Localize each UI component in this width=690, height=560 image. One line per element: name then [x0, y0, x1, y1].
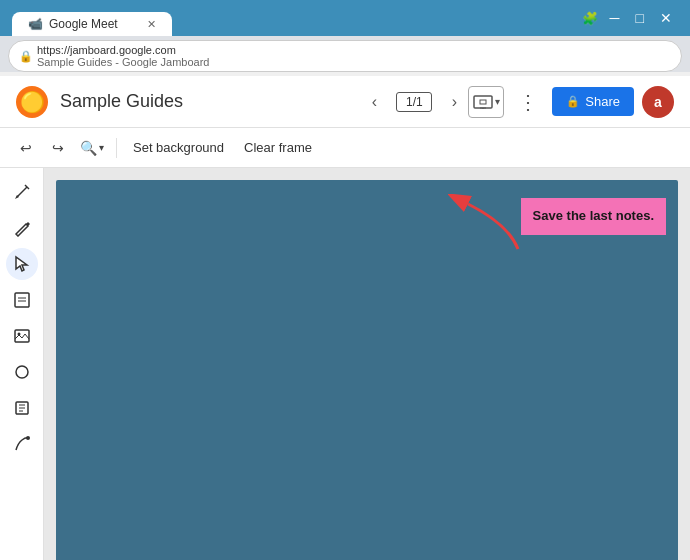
sticky-note-icon: [13, 291, 31, 309]
next-frame-button[interactable]: ›: [440, 88, 468, 116]
tools-sidebar: [0, 168, 44, 560]
zoom-icon: 🔍: [80, 140, 97, 156]
share-lock-icon: 🔒: [566, 95, 580, 108]
text-icon: [13, 399, 31, 417]
url-text: https://jamboard.google.com: [37, 44, 671, 56]
more-options-button[interactable]: ⋮: [512, 86, 544, 118]
browser-tabs: 📹 Google Meet ✕: [12, 0, 172, 36]
main-content: Save the last notes.: [0, 168, 690, 560]
prev-frame-button[interactable]: ‹: [360, 88, 388, 116]
select-tool-button[interactable]: [6, 248, 38, 280]
frame-count: 1/1: [406, 95, 423, 109]
address-bar[interactable]: https://jamboard.google.com Sample Guide…: [37, 44, 671, 68]
share-button[interactable]: 🔒 Share: [552, 87, 634, 116]
logo-icon: 🟡: [20, 90, 45, 114]
redo-button[interactable]: ↪: [44, 134, 72, 162]
svg-point-12: [17, 333, 20, 336]
image-icon: [13, 327, 31, 345]
sticky-note-tool-button[interactable]: [6, 284, 38, 316]
frame-indicator: 1/1: [396, 92, 432, 112]
undo-button[interactable]: ↩: [12, 134, 40, 162]
redo-icon: ↪: [52, 140, 64, 156]
share-label: Share: [585, 94, 620, 109]
svg-rect-8: [15, 293, 29, 307]
svg-point-18: [26, 436, 30, 440]
svg-marker-7: [16, 257, 27, 271]
text-tool-button[interactable]: [6, 392, 38, 424]
svg-point-13: [16, 366, 28, 378]
toolbar-separator-1: [116, 138, 117, 158]
annotation-arrow: [448, 194, 528, 254]
app-header: 🟡 Sample Guides ‹ 1/1 › ▾ ⋮ 🔒 Share a: [0, 76, 690, 128]
set-background-button[interactable]: Set background: [125, 136, 232, 159]
present-button[interactable]: ▾: [468, 86, 504, 118]
present-icon: [473, 95, 493, 109]
shape-tool-button[interactable]: [6, 356, 38, 388]
shape-icon: [13, 363, 31, 381]
pen-tool-button[interactable]: [6, 176, 38, 208]
user-avatar[interactable]: a: [642, 86, 674, 118]
minimize-button[interactable]: ─: [604, 10, 626, 26]
present-dropdown-icon: ▾: [495, 96, 500, 107]
tab-close-icon[interactable]: ✕: [147, 18, 156, 31]
svg-rect-0: [474, 96, 492, 108]
sticky-note: Save the last notes.: [521, 198, 666, 235]
maximize-button[interactable]: □: [630, 10, 650, 26]
close-button[interactable]: ✕: [654, 10, 678, 26]
header-actions: ▾ ⋮ 🔒 Share a: [468, 86, 674, 118]
sticky-note-text: Save the last notes.: [533, 208, 654, 223]
header-nav: ‹ 1/1 ›: [360, 88, 468, 116]
canvas-area: Save the last notes.: [44, 168, 690, 560]
svg-line-4: [17, 187, 27, 197]
tab-title: Google Meet: [49, 17, 118, 31]
clear-frame-button[interactable]: Clear frame: [236, 136, 320, 159]
select-icon: [13, 255, 31, 273]
arrow-annotation: [448, 194, 528, 258]
zoom-dropdown-icon: ▾: [99, 142, 104, 153]
svg-rect-1: [480, 100, 486, 104]
app-title: Sample Guides: [60, 91, 344, 112]
laser-icon: [13, 435, 31, 453]
marker-icon: [13, 219, 31, 237]
marker-tool-button[interactable]: [6, 212, 38, 244]
tab-favicon: 📹: [28, 17, 43, 31]
app-logo: 🟡: [16, 86, 48, 118]
extension-icon[interactable]: 🧩: [580, 8, 600, 28]
browser-tab[interactable]: 📹 Google Meet ✕: [12, 12, 172, 36]
browser-titlebar: 📹 Google Meet ✕ 🧩 ─ □ ✕: [0, 0, 690, 36]
zoom-button[interactable]: 🔍 ▾: [76, 134, 108, 162]
address-bar-area: 🔒 https://jamboard.google.com Sample Gui…: [0, 36, 690, 72]
canvas[interactable]: Save the last notes.: [56, 180, 678, 560]
url-subtitle: Sample Guides - Google Jamboard: [37, 56, 671, 68]
pen-icon: [13, 183, 31, 201]
undo-icon: ↩: [20, 140, 32, 156]
laser-tool-button[interactable]: [6, 428, 38, 460]
image-tool-button[interactable]: [6, 320, 38, 352]
toolbar: ↩ ↪ 🔍 ▾ Set background Clear frame: [0, 128, 690, 168]
lock-icon: 🔒: [19, 50, 33, 63]
